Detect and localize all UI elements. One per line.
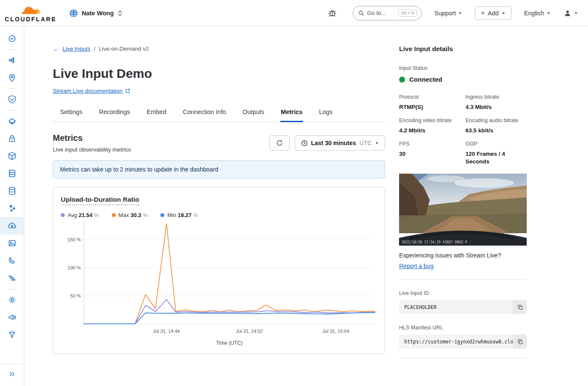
upload-duration-line-chart[interactable]: 50 %100 %150 %Jul 31, 14:44Jul 31, 14:52… xyxy=(61,218,378,348)
account-switcher[interactable]: Nate Wong xyxy=(69,9,123,18)
legend-text: Max 30.3 % xyxy=(119,212,148,218)
sidebar-item-shield[interactable] xyxy=(0,91,24,108)
info-banner: Metrics can take up to 2 minutes to upda… xyxy=(53,160,385,178)
back-arrow-icon[interactable]: ← xyxy=(53,45,59,52)
sidebar-item-lock[interactable] xyxy=(0,130,24,147)
sidebar-divider xyxy=(0,86,24,91)
chevron-down-icon: ▼ xyxy=(375,141,379,145)
chevron-down-icon: ▼ xyxy=(547,11,550,15)
server-icon xyxy=(7,169,17,178)
user-menu[interactable]: ▼ xyxy=(563,9,578,17)
live-input-id-label: Live Input ID xyxy=(399,290,429,296)
sort-chevrons-icon xyxy=(117,10,123,17)
input-status-label: Input Status xyxy=(399,65,428,71)
sidebar-item-gear[interactable] xyxy=(0,291,24,309)
legend-item-avg[interactable]: Avg 21.54 % xyxy=(61,212,99,218)
sidebar-item-layers-bolt[interactable] xyxy=(0,112,24,130)
live-input-id-value[interactable]: PLACEHOLDER xyxy=(399,300,513,314)
copy-icon xyxy=(517,339,523,345)
chevron-down-icon: ▼ xyxy=(459,11,462,15)
sidebar-item-time-travel[interactable] xyxy=(0,30,24,47)
sidebar-expand-button[interactable] xyxy=(0,363,24,386)
report-bug-link[interactable]: Report a bug xyxy=(399,263,434,269)
detail-protocol: ProtocolRTMP(S) xyxy=(399,94,460,111)
refresh-button[interactable] xyxy=(269,135,290,151)
external-link-icon xyxy=(125,88,131,94)
search-shortcut-badge: ctrl + K xyxy=(398,9,417,17)
main-column: ← Live Inputs / Live-on-Demand v2 Live I… xyxy=(53,45,385,386)
sidebar-item-database[interactable] xyxy=(0,182,24,200)
svg-text:Jul 31, 14:44: Jul 31, 14:44 xyxy=(153,329,180,334)
copy-button[interactable] xyxy=(513,335,527,349)
time-travel-icon xyxy=(7,34,17,43)
clock-icon xyxy=(301,140,308,146)
account-name: Nate Wong xyxy=(82,10,114,17)
copy-button[interactable] xyxy=(513,300,527,314)
status-connected-dot xyxy=(399,77,405,83)
breadcrumb-live-inputs-link[interactable]: Live Inputs xyxy=(63,46,90,52)
hls-manifest-url-value[interactable]: https://customer-igynxd2rwhmuoxw8.cloudf xyxy=(399,335,513,349)
sidebar-item-network[interactable] xyxy=(0,51,24,69)
sidebar-item-images[interactable] xyxy=(0,234,24,252)
gear-icon xyxy=(7,295,17,305)
legend-text: Avg 21.54 % xyxy=(68,212,99,218)
legend-item-max[interactable]: Max 30.3 % xyxy=(112,212,148,218)
globe-icon xyxy=(69,9,78,18)
tab-embed[interactable]: Embed xyxy=(146,106,167,122)
time-range-dropdown[interactable]: Last 30 minutes UTC ▼ xyxy=(295,135,385,151)
tab-metrics[interactable]: Metrics xyxy=(280,106,303,122)
live-input-details-panel: Live Input details Input Status Connecte… xyxy=(399,45,527,386)
sidebar-divider xyxy=(0,287,24,291)
tab-settings[interactable]: Settings xyxy=(60,106,83,122)
sidebar-item-server[interactable] xyxy=(0,165,24,182)
add-button[interactable]: + Add ▼ xyxy=(475,6,511,20)
cloudflare-logo[interactable]: CLOUDFLARE xyxy=(7,4,54,23)
phone-icon xyxy=(7,256,17,266)
details-grid: ProtocolRTMP(S)Ingress bitrate4.3 Mbit/s… xyxy=(399,94,527,165)
sidebar-item-bars[interactable] xyxy=(0,269,24,287)
stream-docs-link[interactable]: Stream Live documentation xyxy=(53,88,123,94)
language-label: English xyxy=(524,10,545,17)
tab-logs[interactable]: Logs xyxy=(319,106,333,122)
user-icon xyxy=(563,9,572,17)
sidebar-item-phone[interactable] xyxy=(0,252,24,269)
time-range-label: Last 30 minutes xyxy=(311,140,356,146)
issues-question: Experiencing issues with Stream Live? xyxy=(399,252,527,259)
detail-gop: GOP120 Frames / 4 Seconds xyxy=(465,141,527,165)
sidebar-item-map-pin[interactable] xyxy=(0,69,24,86)
bug-report-icon[interactable] xyxy=(327,8,337,19)
tab-bar: SettingsRecordingsEmbedConnection InfoOu… xyxy=(53,106,385,122)
legend-dot xyxy=(61,213,65,217)
sidebar-item-funnel[interactable] xyxy=(0,326,24,343)
sidebar-item-cube[interactable] xyxy=(0,147,24,165)
breadcrumb-current: Live-on-Demand v2 xyxy=(99,46,149,52)
tab-outputs[interactable]: Outputs xyxy=(242,106,265,122)
product-sidebar xyxy=(0,26,24,386)
global-search-input[interactable]: Go to... ctrl + K xyxy=(353,6,422,20)
detail-fps: FPS30 xyxy=(399,141,460,165)
tab-connection-info[interactable]: Connection Info xyxy=(183,106,227,122)
divider xyxy=(399,358,527,358)
svg-text:100 %: 100 % xyxy=(68,265,81,270)
live-input-id-field: PLACEHOLDER xyxy=(399,300,527,314)
layers-bolt-icon xyxy=(7,116,17,126)
legend-item-min[interactable]: Min 18.27 % xyxy=(160,212,198,218)
support-menu[interactable]: Support ▼ xyxy=(434,10,462,17)
detail-encoding-audio-bitrate: Encoding audio bitrate63.5 kbit/s xyxy=(465,117,527,134)
divider xyxy=(399,279,527,280)
hls-manifest-url-field: https://customer-igynxd2rwhmuoxw8.cloudf xyxy=(399,335,527,349)
svg-text:Jul 31, 15:04: Jul 31, 15:04 xyxy=(323,329,349,334)
network-icon xyxy=(7,55,17,65)
sidebar-item-megaphone[interactable] xyxy=(0,309,24,326)
svg-text:50 %: 50 % xyxy=(70,293,81,298)
cube-icon xyxy=(7,151,17,161)
language-menu[interactable]: English ▼ xyxy=(524,10,551,17)
add-label: Add xyxy=(488,10,499,17)
sidebar-item-stream[interactable] xyxy=(0,217,24,234)
chevron-down-icon: ▼ xyxy=(502,11,505,15)
live-preview-thumbnail[interactable]: 2021/10/20 17:54:29 AIKEY DROZ P xyxy=(399,174,527,246)
sidebar-item-sparkles[interactable] xyxy=(0,200,24,217)
tab-recordings[interactable]: Recordings xyxy=(98,106,130,122)
legend-dot xyxy=(160,213,164,217)
search-placeholder: Go to... xyxy=(367,10,396,16)
